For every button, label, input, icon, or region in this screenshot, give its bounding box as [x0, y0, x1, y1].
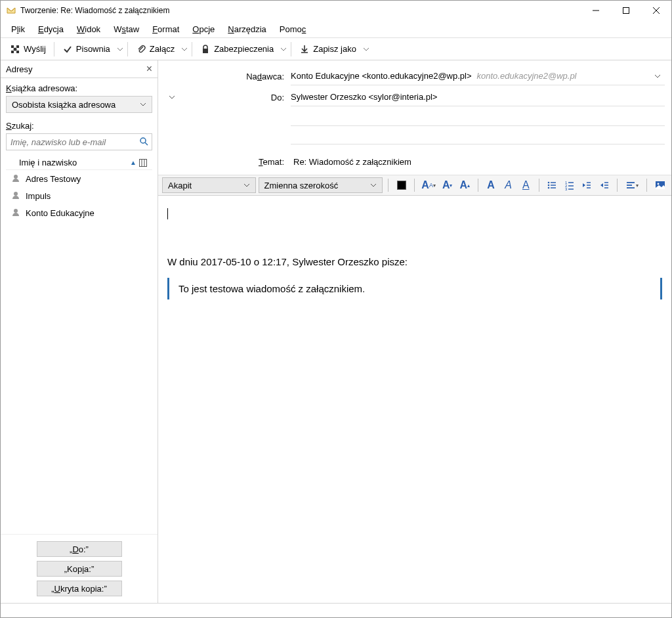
contacts-sidebar: Adresy × Książka adresowa: Osobista ksią…: [1, 60, 158, 603]
person-icon: [11, 173, 22, 184]
send-label: Wyślij: [24, 44, 46, 54]
menu-format[interactable]: Format: [146, 22, 186, 37]
security-dropdown[interactable]: [279, 41, 288, 58]
svg-rect-5: [16, 45, 19, 48]
indent-button[interactable]: [597, 177, 612, 193]
address-book-label: Książka adresowa:: [6, 83, 152, 93]
quoted-message: To jest testowa wiadomość z załącznikiem…: [167, 278, 662, 299]
svg-text:3: 3: [565, 187, 568, 190]
underline-button[interactable]: A: [518, 177, 534, 193]
title-bar: Tworzenie: Re: Wiadomość z załącznikiem: [1, 1, 671, 20]
font-smaller-button[interactable]: A▾: [440, 177, 455, 193]
to-field[interactable]: Sylwester Orzeszko <sylor@interia.pl>: [291, 88, 665, 106]
spellcheck-label: Pisownia: [76, 44, 110, 54]
svg-rect-7: [16, 51, 19, 53]
svg-rect-4: [11, 45, 14, 48]
svg-point-10: [140, 138, 146, 143]
menu-tools[interactable]: Narzędzia: [221, 22, 273, 37]
save-button[interactable]: Zapisz jako: [294, 41, 362, 58]
chevron-down-icon: [140, 101, 146, 108]
save-dropdown[interactable]: [362, 41, 371, 58]
add-cc-button[interactable]: „Kopia:”: [37, 561, 122, 577]
subject-input[interactable]: [291, 154, 665, 169]
contact-item[interactable]: Impuls: [6, 187, 152, 204]
from-field[interactable]: Konto Edukacyjne <konto.edukacyjne2@wp.p…: [291, 67, 665, 85]
attach-button[interactable]: Załącz: [131, 41, 180, 58]
insert-image-button[interactable]: [652, 177, 667, 193]
bullet-list-button[interactable]: [545, 177, 560, 193]
address-book-value: Osobista książka adresowa: [12, 100, 116, 110]
contact-item[interactable]: Konto Edukacyjne: [6, 204, 152, 221]
number-list-button[interactable]: 123: [562, 177, 577, 193]
to-type-dropdown[interactable]: [165, 94, 179, 100]
svg-point-18: [548, 182, 550, 184]
menu-insert[interactable]: Wstaw: [107, 22, 146, 37]
address-book-select[interactable]: Osobista książka adresowa: [6, 96, 152, 113]
column-picker-icon[interactable]: [139, 159, 147, 167]
spellcheck-dropdown[interactable]: [116, 41, 125, 58]
add-to-button[interactable]: „Do:”: [37, 541, 122, 557]
quote-header: W dniu 2017-05-10 o 12:17, Sylwester Orz…: [167, 256, 662, 267]
save-label: Zapisz jako: [313, 44, 356, 54]
security-button[interactable]: Zabezpieczenia: [195, 41, 279, 58]
svg-point-22: [548, 187, 550, 189]
chevron-down-icon: [243, 182, 250, 188]
color-swatch-icon: [397, 181, 406, 190]
paperclip-icon: [136, 44, 146, 55]
attach-dropdown[interactable]: [180, 41, 189, 58]
svg-point-20: [548, 185, 550, 187]
window-title: Tworzenie: Re: Wiadomość z załącznikiem: [20, 6, 581, 15]
close-button[interactable]: [641, 1, 671, 20]
font-select[interactable]: Zmienna szerokość: [259, 177, 383, 193]
status-bar: [1, 603, 671, 617]
menu-view[interactable]: Widok: [70, 22, 107, 37]
menu-options[interactable]: Opcje: [186, 22, 221, 37]
to-label: Do:: [179, 93, 291, 102]
align-button[interactable]: ▾: [623, 177, 641, 193]
font-larger-button[interactable]: A▴: [457, 177, 472, 193]
sidebar-close-icon[interactable]: ×: [146, 63, 152, 75]
svg-point-17: [14, 209, 18, 213]
format-toolbar: Akapit Zmienna szerokość AA▾ A▾ A▴ A A A…: [158, 175, 671, 196]
svg-point-15: [14, 175, 18, 179]
message-body-editor[interactable]: W dniu 2017-05-10 o 12:17, Sylwester Orz…: [158, 196, 671, 603]
contact-name: Konto Edukacyjne: [26, 208, 94, 218]
send-button[interactable]: Wyślij: [5, 41, 51, 58]
empty-recipient-row[interactable]: [291, 108, 665, 126]
attach-label: Załącz: [150, 44, 175, 54]
spellcheck-button[interactable]: Pisownia: [57, 41, 116, 58]
sort-arrow-icon: ▲: [130, 159, 136, 166]
contact-column-header[interactable]: Imię i nazwisko: [19, 158, 130, 167]
menu-file[interactable]: Plik: [5, 22, 32, 37]
maximize-button[interactable]: [611, 1, 641, 20]
lock-icon: [200, 44, 211, 55]
send-icon: [10, 44, 20, 55]
minimize-button[interactable]: [581, 1, 611, 20]
menu-help[interactable]: Pomoc: [273, 22, 312, 37]
font-size-button[interactable]: AA▾: [420, 177, 437, 193]
svg-rect-12: [140, 159, 147, 166]
italic-button[interactable]: A: [501, 177, 516, 193]
contact-search-input[interactable]: [6, 133, 152, 150]
check-icon: [62, 44, 73, 55]
svg-line-11: [145, 143, 148, 145]
paragraph-select[interactable]: Akapit: [162, 177, 256, 193]
from-identity: konto.edukacyjne2@wp.pl: [477, 71, 577, 81]
menu-edit[interactable]: Edycja: [32, 22, 70, 37]
add-bcc-button[interactable]: „Ukryta kopia:”: [37, 581, 122, 596]
svg-point-16: [14, 192, 18, 196]
outdent-button[interactable]: [579, 177, 595, 193]
search-label: Szukaj:: [6, 121, 152, 131]
empty-recipient-row[interactable]: [291, 126, 665, 144]
menu-bar: Plik Edycja Widok Wstaw Format Opcje Nar…: [1, 20, 671, 38]
from-value: Konto Edukacyjne <konto.edukacyjne2@wp.p…: [291, 71, 472, 81]
search-icon[interactable]: [139, 137, 148, 146]
text-color-button[interactable]: [394, 177, 409, 193]
bold-button[interactable]: A: [484, 177, 499, 193]
svg-rect-6: [11, 51, 14, 53]
download-icon: [299, 44, 310, 55]
sidebar-title: Adresy: [6, 64, 146, 74]
contact-item[interactable]: Adres Testowy: [6, 170, 152, 187]
from-dropdown-icon[interactable]: [650, 73, 665, 79]
person-icon: [11, 208, 22, 218]
